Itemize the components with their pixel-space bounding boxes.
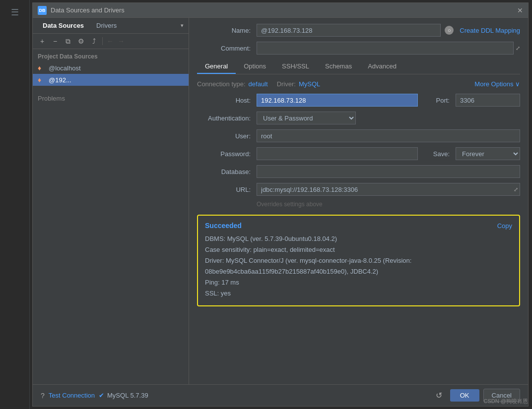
dialog-logo-icon: DB [38,6,47,15]
dialog-close-button[interactable]: ✕ [517,6,523,14]
success-header: Succeeded Copy [205,222,512,230]
share-button[interactable]: ⤴ [88,36,99,47]
test-connection-button[interactable]: Test Connection [49,392,95,399]
sidebar-icon-1[interactable]: ☰ [5,2,25,22]
success-line-4: 08be9e9b4cba6aa115f9b27b215887af40b159e0… [205,266,512,277]
database-row: Database: [197,165,520,178]
host-input[interactable] [257,94,418,107]
comment-input-wrap: ⤢ [257,42,520,55]
copy-button[interactable]: ⧉ [63,36,73,47]
name-input-wrap: ○ [257,24,454,37]
datasource-icon-192: ♦ [38,76,46,84]
success-body: DBMS: MySQL (ver. 5.7.39-0ubuntu0.18.04.… [205,234,512,299]
url-row: URL: ⤢ [197,183,520,196]
success-line-6: SSL: yes [205,288,512,299]
success-box: Succeeded Copy DBMS: MySQL (ver. 5.7.39-… [197,215,520,306]
user-label: User: [197,132,257,140]
dialog-body: Data Sources Drivers ▾ + − ⧉ ⚙ ⤴ ← → Pro… [33,18,528,384]
problems-section: Problems [33,91,189,106]
help-button[interactable]: ? [41,392,45,400]
problems-label: Problems [38,95,65,102]
port-input[interactable] [456,94,520,107]
success-line-3: Driver: MySQL Connector/J (ver. mysql-co… [205,255,512,266]
tab-data-sources[interactable]: Data Sources [38,20,89,31]
tab-drivers[interactable]: Drivers [91,20,122,31]
dialog-title-bar: DB Data Sources and Drivers ✕ [33,3,528,18]
watermark: CSDN @狗咬肖恩 [484,398,528,405]
name-input[interactable] [257,24,441,37]
left-panel: Data Sources Drivers ▾ + − ⧉ ⚙ ⤴ ← → Pro… [33,18,189,384]
password-row: Password: Save: Forever Until Restart Ne… [197,147,520,160]
remove-button[interactable]: − [50,36,61,47]
name-clear-button[interactable]: ○ [445,26,454,35]
tab-ssh-ssl[interactable]: SSH/SSL [274,59,317,74]
host-port-row: Host: Port: [197,94,520,107]
conn-type-value[interactable]: default [249,80,268,88]
auth-select[interactable]: User & Password No auth Password Credent… [257,112,356,124]
connection-type-row: Connection type: default Driver: MySQL M… [197,80,520,88]
driver-value[interactable]: MySQL [299,80,320,88]
tab-advanced[interactable]: Advanced [360,59,404,74]
toolbar-separator [102,37,103,45]
name-label: Name: [197,27,257,34]
ok-button[interactable]: OK [450,389,479,402]
comment-label: Comment: [197,45,257,52]
comment-row: Comment: ⤢ [197,42,520,55]
tab-options[interactable]: Options [236,59,274,74]
conn-type-label: Connection type: [197,80,246,88]
url-input[interactable] [257,183,520,196]
edit-button[interactable]: ⚙ [75,36,86,47]
database-label: Database: [197,168,257,175]
right-panel: Name: ○ Create DDL Mapping Comment: ⤢ Ge… [189,18,528,384]
success-line-5: Ping: 17 ms [205,277,512,288]
url-expand-icon[interactable]: ⤢ [514,186,518,193]
more-options-button[interactable]: More Options ∨ [474,80,520,88]
bottom-bar: ? Test Connection ✔ MySQL 5.7.39 ↺ OK Ca… [33,384,528,406]
left-sidebar: ☰ [0,0,30,409]
project-data-sources-label: Project Data Sources [33,49,189,62]
forward-button[interactable]: → [117,37,126,45]
comment-input[interactable] [257,42,514,55]
success-line-2: Case sensitivity: plain=exact, delimited… [205,244,512,255]
datasource-label-192: @192... [49,76,71,84]
data-sources-dialog: DB Data Sources and Drivers ✕ Data Sourc… [32,2,529,407]
host-label: Host: [197,97,257,104]
name-row: Name: ○ Create DDL Mapping [197,24,520,37]
success-title: Succeeded [205,222,242,230]
url-label: URL: [197,186,257,193]
dialog-title-text: Data Sources and Drivers [51,6,125,14]
user-row: User: [197,129,520,142]
add-button[interactable]: + [37,36,48,47]
auth-row: Authentication: User & Password No auth … [197,112,520,124]
auth-label: Authentication: [197,115,257,122]
auth-select-wrap: User & Password No auth Password Credent… [257,112,520,124]
datasource-icon-localhost: ♦ [38,64,46,72]
left-panel-toolbar: + − ⧉ ⚙ ⤴ ← → [33,34,189,49]
password-label: Password: [197,150,257,158]
right-tabs: General Options SSH/SSL Schemas Advanced [197,59,520,74]
test-connection-db-version: MySQL 5.7.39 [107,392,148,399]
host-input-wrap [257,94,418,107]
tab-dropdown-icon[interactable]: ▾ [181,22,184,29]
tab-schemas[interactable]: Schemas [317,59,360,74]
driver-label: Driver: [277,80,296,88]
test-connection-check-icon: ✔ [99,392,104,399]
database-input[interactable] [257,165,520,178]
datasource-label-localhost: @localhost [49,64,81,72]
copy-button[interactable]: Copy [497,222,512,230]
overrides-hint: Overrides settings above [257,201,520,208]
save-select[interactable]: Forever Until Restart Never [456,147,520,160]
datasource-item-localhost[interactable]: ♦ @localhost [33,62,189,74]
create-ddl-link[interactable]: Create DDL Mapping [460,27,520,34]
tab-general[interactable]: General [197,59,236,74]
port-label: Port: [426,97,456,104]
user-input[interactable] [257,129,520,142]
comment-expand-icon[interactable]: ⤢ [516,45,520,52]
back-button[interactable]: ← [106,37,115,45]
password-input[interactable] [257,147,418,160]
datasource-item-192[interactable]: ♦ @192... [33,74,189,86]
save-label: Save: [426,150,456,158]
left-panel-tabs: Data Sources Drivers ▾ [33,18,189,34]
refresh-button[interactable]: ↺ [436,391,442,400]
url-input-wrap: ⤢ [257,183,520,196]
